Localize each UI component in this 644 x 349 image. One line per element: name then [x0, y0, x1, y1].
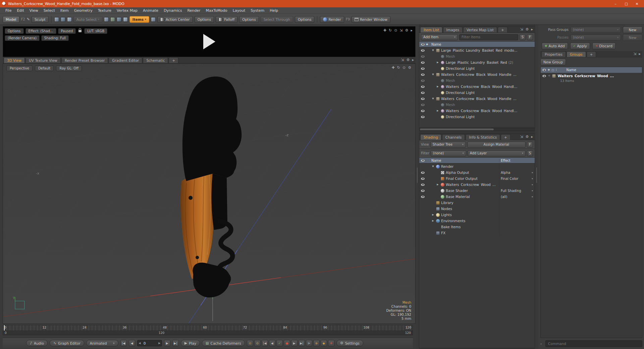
visibility-eye-icon[interactable] [421, 196, 425, 198]
gear-icon[interactable]: ⚙ [405, 29, 409, 32]
playhead[interactable] [4, 325, 5, 331]
visibility-eye-icon[interactable] [421, 61, 425, 64]
more-icon[interactable]: ▸ [639, 52, 641, 56]
shader-tree-row[interactable]: Environments ▾ [419, 218, 535, 224]
next-key-icon[interactable]: ▶| [299, 340, 305, 346]
item-tree-row[interactable]: Directional Light [419, 114, 535, 120]
chevron-down-icon[interactable]: ▾ [532, 189, 533, 192]
expand-arrow-icon[interactable] [436, 183, 439, 186]
select-vertices-icon[interactable] [54, 17, 59, 22]
frame-input[interactable] [142, 341, 157, 345]
audio-button[interactable]: ♪Audio [26, 340, 48, 346]
visibility-eye-icon[interactable] [421, 92, 425, 94]
pose-icon[interactable]: ⊙ [254, 340, 261, 346]
preview-lut-button[interactable]: LUT: sRGB [84, 28, 107, 34]
passes-dropdown[interactable]: (none)▾ [571, 35, 621, 41]
pan-icon[interactable]: ✚ [391, 66, 394, 69]
menu-item[interactable]: Edit [14, 8, 26, 13]
raygl-button[interactable]: Ray GL: Off [56, 65, 82, 71]
menu-item[interactable]: Select [41, 8, 58, 13]
viewport-tab[interactable]: 3D View [4, 57, 25, 63]
viewport-3d[interactable]: -z -x [3, 63, 416, 324]
zoom-icon[interactable]: ⊙ [402, 66, 406, 69]
visibility-eye-icon[interactable] [421, 98, 425, 100]
effect-cell[interactable]: Alpha ▾ [499, 169, 535, 176]
viewport-tab[interactable]: UV Texture View [25, 57, 61, 63]
effect-cell[interactable]: Final Color ▾ [499, 176, 535, 182]
panel-tab[interactable]: Properties [541, 51, 566, 57]
shader-tree-row[interactable]: Library ▾ [419, 200, 535, 206]
select-mode-icon-1[interactable] [104, 17, 109, 22]
viewport-tab[interactable]: Render Preset Browser [61, 57, 108, 63]
filter-button[interactable]: F [527, 142, 533, 148]
menu-item[interactable]: Help [267, 8, 281, 13]
maximize-icon[interactable]: ⇲ [399, 29, 402, 32]
panel-splitter-horizontal[interactable] [419, 131, 535, 134]
visibility-eye-icon[interactable] [421, 86, 425, 88]
maximize-icon[interactable]: ⇲ [401, 58, 404, 62]
chevron-down-icon[interactable]: ▾ [532, 177, 533, 180]
default-shading-button[interactable]: Default [35, 65, 54, 71]
discard-button[interactable]: ✕Discard [592, 43, 615, 49]
item-tree-row[interactable]: Mesh [419, 102, 535, 108]
panel-tab[interactable]: Images [443, 27, 463, 33]
auto-key-icon[interactable]: ⊕ [313, 340, 320, 346]
effect-cell[interactable]: ▾ [499, 212, 535, 218]
select-mode-icon-4[interactable] [123, 17, 128, 22]
menu-item[interactable]: Texture [95, 8, 114, 13]
panel-splitter-vertical[interactable] [416, 25, 419, 349]
panel-tab[interactable]: Shading [420, 134, 441, 140]
close-button[interactable]: ✕ [632, 0, 642, 7]
falloff-button[interactable]: Falloff [216, 16, 237, 23]
more-icon[interactable]: ▸ [531, 28, 533, 31]
maximize-icon[interactable]: ⇲ [520, 135, 523, 139]
frame-decrement-icon[interactable]: ◀ [138, 342, 142, 345]
panel-tab[interactable]: Groups [567, 51, 586, 57]
render-button[interactable]: Render [320, 16, 344, 23]
assign-material-button[interactable]: Assign Material [467, 142, 526, 148]
item-tree-row[interactable]: Waiters_Corkscrew_Black_Wood_Handl... [419, 108, 535, 114]
graph-editor-button[interactable]: ∿Graph Editor [50, 340, 84, 346]
shader-tree-row[interactable]: Final Color Output Final Color ▾ [419, 176, 535, 182]
settings-button[interactable]: ⚙Settings [336, 340, 363, 346]
panel-tab[interactable]: Channels [442, 134, 465, 140]
menu-item[interactable]: MaxToModo [203, 8, 230, 13]
select-through-button[interactable]: Select Through [261, 16, 293, 23]
horizontal-scrollbar[interactable] [419, 128, 535, 131]
expand-panel-icon[interactable]: › [540, 342, 544, 346]
new-group-button[interactable]: New Group [540, 59, 566, 65]
item-tree-row[interactable]: Mesh [419, 53, 535, 59]
perspective-button[interactable]: Perspective [6, 65, 33, 71]
render-window-button[interactable]: Render Window [352, 16, 390, 23]
item-tree-row[interactable]: Large_Plastic_Laundry_Basket_Red_modo... [419, 47, 535, 53]
timeline-range-bar[interactable]: 0 120 120 [3, 331, 413, 335]
expand-arrow-icon[interactable] [431, 213, 435, 216]
minimize-button[interactable]: – [610, 0, 621, 7]
expand-arrow-icon[interactable] [436, 85, 439, 88]
items-mode-button[interactable]: Items▾ [129, 16, 149, 23]
visibility-eye-icon[interactable] [421, 80, 425, 82]
step-back-key-icon[interactable]: ◀ [269, 340, 275, 346]
visibility-eye-icon[interactable] [421, 73, 425, 76]
item-tree-row[interactable]: Directional Light [419, 90, 535, 96]
go-to-start-button[interactable]: |◀ [120, 340, 127, 346]
auto-select-button[interactable]: Auto Select▾ [73, 16, 102, 23]
frame-increment-icon[interactable]: ▶ [157, 342, 162, 345]
add-item-dropdown[interactable]: Add Item▾ [421, 34, 458, 40]
chevron-down-icon[interactable]: ▾ [532, 171, 533, 174]
shader-tree-row[interactable]: Lights ▾ [419, 212, 535, 218]
lock-icon[interactable] [78, 30, 82, 32]
panel-splitter-vertical[interactable] [535, 25, 538, 349]
previous-frame-button[interactable]: ◀ [129, 340, 135, 346]
add-channel-key-icon[interactable]: ✚ [328, 340, 334, 346]
timeline-ruler[interactable]: 01224364860728496108120 [3, 325, 413, 331]
expand-arrow-icon[interactable] [431, 165, 435, 168]
maximize-button[interactable]: □ [621, 0, 631, 7]
gear-icon[interactable]: ⚙ [407, 58, 410, 62]
chevron-down-icon[interactable]: ▾ [532, 183, 533, 186]
pan-icon[interactable]: ✚ [383, 29, 386, 32]
pass-groups-dropdown[interactable]: (none)▾ [571, 27, 621, 33]
preview-play-button[interactable] [203, 34, 215, 49]
set-key-icon[interactable]: ◆ [321, 340, 327, 346]
shader-tree-row[interactable]: Render ▾ [419, 163, 535, 169]
